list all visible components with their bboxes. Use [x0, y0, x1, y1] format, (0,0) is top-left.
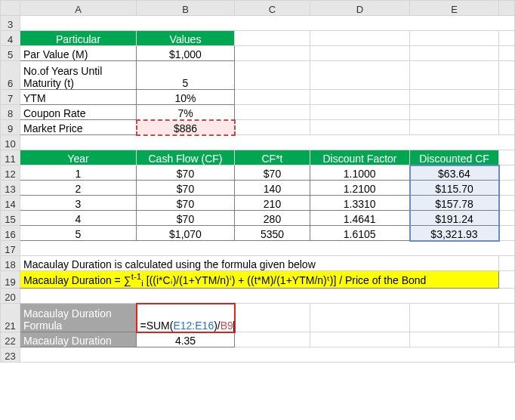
col-header[interactable]: D — [310, 1, 410, 16]
row-header[interactable]: 5 — [1, 46, 20, 61]
formula-cell-ref: B9 — [220, 320, 233, 332]
row-header[interactable]: 16 — [1, 226, 20, 241]
formula-rest: [((i*Cᵢ)/(1+YTM/n)ⁱ) + ((t*M)/(1+YTM/n)ᵗ… — [143, 274, 426, 286]
row-header[interactable]: 3 — [1, 16, 20, 31]
cell-year[interactable]: 1 — [20, 165, 137, 181]
cell-dcf[interactable]: $115.70 — [410, 181, 499, 196]
cell-df[interactable]: 1.4641 — [310, 211, 410, 226]
header-particular[interactable]: Particular — [20, 31, 137, 46]
header-values[interactable]: Values — [137, 31, 235, 46]
param-value[interactable]: $1,000 — [137, 46, 235, 61]
row-header[interactable]: 23 — [1, 347, 20, 363]
label-macaulay-duration[interactable]: Macaulay Duration — [20, 332, 137, 347]
row-header[interactable]: 8 — [1, 105, 20, 120]
param-value[interactable]: 7% — [137, 105, 235, 120]
row-header[interactable]: 15 — [1, 211, 20, 226]
row-header[interactable]: 12 — [1, 165, 20, 181]
cell-df[interactable]: 1.6105 — [310, 226, 410, 241]
param-label[interactable]: Market Price — [20, 120, 137, 135]
cell-dcf[interactable]: $63.64 — [410, 165, 499, 181]
header-cashflow[interactable]: Cash Flow (CF) — [137, 150, 235, 165]
row-header[interactable]: 4 — [1, 31, 20, 46]
select-all-corner[interactable] — [1, 1, 20, 16]
formula-token: =SUM( — [140, 320, 174, 332]
cell-df[interactable]: 1.3310 — [310, 196, 410, 211]
param-label[interactable]: No.of Years Until Maturity (t) — [20, 61, 137, 90]
cell-dcf[interactable]: $3,321.93 — [410, 226, 499, 241]
cell-b9-market-price[interactable]: $886 — [137, 120, 235, 135]
label-macaulay-formula[interactable]: Macaulay Duration Formula — [20, 304, 137, 332]
formula-prefix: Macaulay Duration = ∑ — [23, 274, 131, 286]
cell-b21-formula-editing[interactable]: =SUM(E12:E16)/B9 — [137, 304, 235, 332]
cell-cft[interactable]: 280 — [235, 211, 310, 226]
col-header[interactable]: B — [137, 1, 235, 16]
row-header[interactable]: 10 — [1, 135, 20, 150]
row-header[interactable]: 20 — [1, 289, 20, 304]
cell-cf[interactable]: $70 — [137, 196, 235, 211]
col-header[interactable] — [499, 1, 515, 16]
row-header[interactable]: 7 — [1, 90, 20, 105]
cell-dcf[interactable]: $157.78 — [410, 196, 499, 211]
cell-cf[interactable]: $70 — [137, 211, 235, 226]
cell-df[interactable]: 1.1000 — [310, 165, 410, 181]
cell-year[interactable]: 4 — [20, 211, 137, 226]
cell-dcf[interactable]: $191.24 — [410, 211, 499, 226]
row-header[interactable]: 19 — [1, 271, 20, 289]
cell-year[interactable]: 2 — [20, 181, 137, 196]
cell-cft[interactable]: 140 — [235, 181, 310, 196]
cell-cf[interactable]: $70 — [137, 165, 235, 181]
spreadsheet-grid[interactable]: A B C D E 3 4 Particular Values 5 Par Va… — [0, 0, 515, 363]
row-header[interactable]: 13 — [1, 181, 20, 196]
row-header[interactable]: 21 — [1, 304, 20, 332]
formula-description[interactable]: Macaulay Duration = ∑t-1i [((i*Cᵢ)/(1+YT… — [20, 271, 499, 289]
cell-cf[interactable]: $70 — [137, 181, 235, 196]
col-header[interactable]: A — [20, 1, 137, 16]
col-header[interactable]: C — [235, 1, 310, 16]
cell-df[interactable]: 1.2100 — [310, 181, 410, 196]
row-header[interactable]: 22 — [1, 332, 20, 347]
formula-range-ref: E12:E16 — [173, 320, 214, 332]
formula-sup: t-1 — [131, 271, 142, 281]
cell-macaulay-result[interactable]: 4.35 — [137, 332, 235, 347]
header-cft[interactable]: CF*t — [235, 150, 310, 165]
row-header[interactable]: 11 — [1, 150, 20, 165]
note-text[interactable]: Macaulay Duration is calculated using th… — [20, 256, 499, 271]
param-label[interactable]: YTM — [20, 90, 137, 105]
row-header[interactable]: 9 — [1, 120, 20, 135]
row-header[interactable]: 18 — [1, 256, 20, 271]
cell-year[interactable]: 3 — [20, 196, 137, 211]
row-header[interactable]: 6 — [1, 61, 20, 90]
param-label[interactable]: Par Value (M) — [20, 46, 137, 61]
param-label[interactable]: Coupon Rate — [20, 105, 137, 120]
cell-cft[interactable]: 5350 — [235, 226, 310, 241]
header-year[interactable]: Year — [20, 150, 137, 165]
column-header-row: A B C D E — [1, 1, 515, 16]
header-discounted-cf[interactable]: Discounted CF — [410, 150, 499, 165]
header-discount-factor[interactable]: Discount Factor — [310, 150, 410, 165]
cell-cft[interactable]: $70 — [235, 165, 310, 181]
cell-cft[interactable]: 210 — [235, 196, 310, 211]
param-value[interactable]: 5 — [137, 61, 235, 90]
col-header[interactable]: E — [410, 1, 499, 16]
row-header[interactable]: 14 — [1, 196, 20, 211]
row-header[interactable]: 17 — [1, 241, 20, 256]
param-value[interactable]: 10% — [137, 90, 235, 105]
cell-year[interactable]: 5 — [20, 226, 137, 241]
cell-cf[interactable]: $1,070 — [137, 226, 235, 241]
formula-token: )/ — [214, 320, 220, 332]
